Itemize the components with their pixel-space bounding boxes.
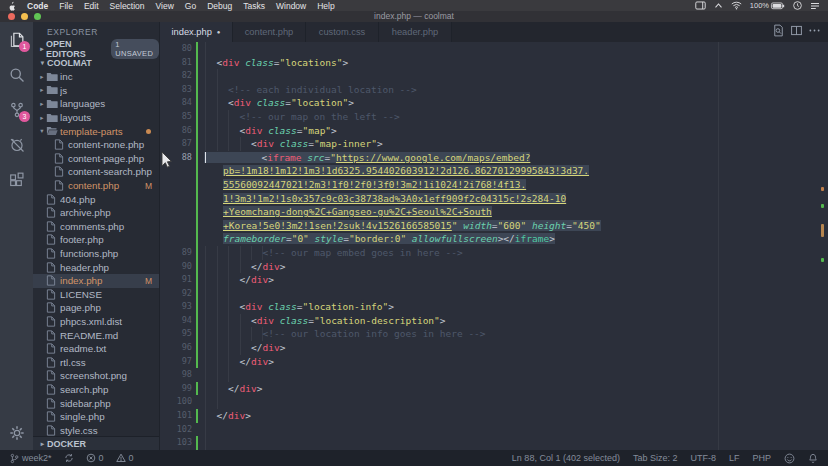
code-line[interactable]: 95<!-- our location info goes in here --… xyxy=(160,327,828,341)
tree-item-content-none-php[interactable]: content-none.php xyxy=(33,138,159,152)
code-line[interactable]: 103 xyxy=(160,436,828,450)
wifi-menu-item[interactable] xyxy=(731,1,742,10)
code-line-content[interactable]: </div> xyxy=(204,341,828,355)
code-line[interactable]: 81<div class="locations"> xyxy=(160,56,828,70)
code-line[interactable]: 102 xyxy=(160,423,828,437)
line-number[interactable]: 81 xyxy=(160,56,204,70)
battery-menu-item[interactable]: 100% xyxy=(750,1,785,10)
warning-count[interactable]: 0 xyxy=(116,453,134,463)
chevron-up-menu-item[interactable] xyxy=(714,2,723,9)
code-editor[interactable]: 8081<div class="locations">8283<!-- each… xyxy=(160,42,828,450)
code-line-content[interactable] xyxy=(204,436,828,450)
activity-settings[interactable] xyxy=(0,415,33,450)
code-line[interactable]: 93<div class="location-info"> xyxy=(160,300,828,314)
cursor-position[interactable]: Ln 88, Col 1 (402 selected) xyxy=(512,453,620,463)
activity-debug[interactable] xyxy=(0,127,33,162)
line-number[interactable]: 100 xyxy=(160,395,204,409)
tree-item-rtl-css[interactable]: rtl.css xyxy=(33,355,159,369)
line-number[interactable] xyxy=(160,192,204,206)
code-line-content[interactable] xyxy=(204,287,828,301)
code-line-content[interactable]: </div> xyxy=(204,409,828,423)
apple-menu-icon[interactable] xyxy=(8,1,16,11)
line-number[interactable]: 90 xyxy=(160,260,204,274)
menu-item-debug[interactable]: Debug xyxy=(207,1,232,11)
line-number[interactable]: 96 xyxy=(160,341,204,355)
docker-section[interactable]: ▸ DOCKER xyxy=(33,436,159,450)
line-number[interactable]: 92 xyxy=(160,287,204,301)
display-menu-item[interactable] xyxy=(695,1,706,10)
close-button[interactable] xyxy=(8,13,15,20)
menu-item-code[interactable]: Code xyxy=(27,1,48,11)
line-number[interactable]: 84 xyxy=(160,96,204,110)
tree-item-footer-php[interactable]: footer.php xyxy=(33,233,159,247)
tree-item-readme-md[interactable]: README.md xyxy=(33,328,159,342)
code-line-content[interactable]: pb=!1m18!1m12!1m3!1d6325.954402603912!2d… xyxy=(204,164,828,178)
tab-content-php[interactable]: content.php xyxy=(233,22,306,42)
code-line[interactable]: 101</div> xyxy=(160,409,828,423)
line-number[interactable]: 101 xyxy=(160,409,204,423)
tree-item-single-php[interactable]: single.php xyxy=(33,410,159,424)
code-line[interactable]: +Korea!5e0!3m2!1sen!2suk!4v1526166585015… xyxy=(160,219,828,233)
code-line-content[interactable]: </div> xyxy=(204,355,828,369)
code-line[interactable]: 84<div class="location"> xyxy=(160,96,828,110)
code-line[interactable]: 87<div class="map-inner"> xyxy=(160,137,828,151)
line-number[interactable]: 94 xyxy=(160,314,204,328)
code-line[interactable]: 55560092447021!2m3!1f0!2f0!3f0!3m2!1i102… xyxy=(160,178,828,192)
code-line[interactable]: 94<div class="location-description"> xyxy=(160,314,828,328)
tab-size[interactable]: Tab Size: 2 xyxy=(633,453,678,463)
menu-item-go[interactable]: Go xyxy=(185,1,196,11)
eol[interactable]: LF xyxy=(729,453,740,463)
more-actions-button[interactable] xyxy=(807,23,822,42)
clock-menu-item[interactable] xyxy=(793,1,802,10)
code-line[interactable]: 92 xyxy=(160,287,828,301)
code-line-content[interactable]: <div class="location"> xyxy=(204,96,828,110)
code-line-content[interactable] xyxy=(204,69,828,83)
tree-item-layouts[interactable]: ▸layouts xyxy=(33,111,159,125)
code-line[interactable]: pb=!1m18!1m12!1m3!1d6325.954402603912!2d… xyxy=(160,164,828,178)
line-number[interactable]: 83 xyxy=(160,83,204,97)
notifications[interactable] xyxy=(808,453,818,464)
line-number[interactable]: 87 xyxy=(160,137,204,151)
code-line[interactable]: frameborder="0" style="border:0" allowfu… xyxy=(160,232,828,246)
code-line[interactable]: 89<!-- our map embed goes in here --> xyxy=(160,246,828,260)
tree-item-sidebar-php[interactable]: sidebar.php xyxy=(33,396,159,410)
code-line-content[interactable]: frameborder="0" style="border:0" allowfu… xyxy=(204,232,828,246)
menu-item-view[interactable]: View xyxy=(156,1,174,11)
split-editor-button[interactable] xyxy=(789,23,804,42)
tree-item-template-parts[interactable]: ▾template-parts xyxy=(33,124,159,138)
code-line[interactable]: +Yeomchang-dong%2C+Gangseo-gu%2C+Seoul%2… xyxy=(160,205,828,219)
code-line[interactable]: 96</div> xyxy=(160,341,828,355)
line-number[interactable]: 93 xyxy=(160,300,204,314)
tab-index-php[interactable]: index.php● xyxy=(160,22,233,42)
code-line-content[interactable]: <div class="map-inner"> xyxy=(204,137,828,151)
tab-header-php[interactable]: header.php xyxy=(379,22,452,42)
code-line-content[interactable]: </div> xyxy=(204,382,828,396)
code-line[interactable]: 99</div> xyxy=(160,382,828,396)
tree-item-style-css[interactable]: style.css xyxy=(33,423,159,437)
line-number[interactable]: 102 xyxy=(160,423,204,437)
tree-item-search-php[interactable]: search.php xyxy=(33,383,159,397)
tree-item-content-page-php[interactable]: content-page.php xyxy=(33,152,159,166)
tree-item-license[interactable]: LICENSE xyxy=(33,288,159,302)
code-line[interactable]: 88<iframe src="https://www.google.com/ma… xyxy=(160,151,828,165)
code-line[interactable]: 1!3m3!1m2!1s0x357c9c03c38738ad%3A0x1eff9… xyxy=(160,192,828,206)
code-line-content[interactable]: +Yeomchang-dong%2C+Gangseo-gu%2C+Seoul%2… xyxy=(204,205,828,219)
activity-search[interactable] xyxy=(0,57,33,92)
code-line-content[interactable]: 1!3m3!1m2!1s0x357c9c03c38738ad%3A0x1eff9… xyxy=(204,192,828,206)
tree-item-content-php[interactable]: content.phpM xyxy=(33,179,159,193)
menu-item-edit[interactable]: Edit xyxy=(84,1,99,11)
line-number[interactable]: 95 xyxy=(160,327,204,341)
code-line-content[interactable]: <!-- our map on the left --> xyxy=(204,110,828,124)
code-line-content[interactable]: <iframe src="https://www.google.com/maps… xyxy=(204,151,828,165)
menu-item-file[interactable]: File xyxy=(59,1,73,11)
tree-item-comments-php[interactable]: comments.php xyxy=(33,220,159,234)
menu-lines-menu-item[interactable] xyxy=(810,2,820,10)
tree-item-languages[interactable]: ▸languages xyxy=(33,97,159,111)
tree-item-inc[interactable]: ▸inc xyxy=(33,70,159,84)
line-number[interactable]: 98 xyxy=(160,368,204,382)
code-line[interactable]: 98 xyxy=(160,368,828,382)
zoom-button[interactable] xyxy=(34,13,41,20)
tab-custom-css[interactable]: custom.css xyxy=(306,22,379,42)
code-line-content[interactable]: 55560092447021!2m3!1f0!2f0!3f0!3m2!1i102… xyxy=(204,178,828,192)
code-line-content[interactable]: <!-- our location info goes in here --> xyxy=(204,327,828,341)
